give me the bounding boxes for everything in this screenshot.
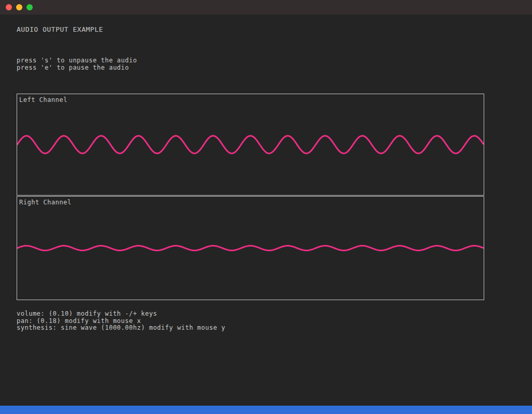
status-readout: volume: (0.10) modify with -/+ keys pan:… <box>17 310 225 332</box>
bottom-strip <box>0 406 532 414</box>
right-channel-label: Right Channel <box>19 199 71 206</box>
left-channel-waveform <box>17 94 484 195</box>
instruction-pause: press 'e' to pause the audio <box>17 64 137 71</box>
status-pan: pan: (0.18) modify with mouse x <box>17 318 225 325</box>
left-channel-label: Left Channel <box>19 96 68 104</box>
left-channel-panel: Left Channel <box>17 94 484 196</box>
titlebar[interactable] <box>0 0 532 15</box>
instructions: press 's' to unpause the audio press 'e'… <box>17 57 137 71</box>
app-window: AUDIO OUTPUT EXAMPLE press 's' to unpaus… <box>0 0 532 414</box>
page-title: AUDIO OUTPUT EXAMPLE <box>17 25 103 33</box>
close-button[interactable] <box>6 4 12 10</box>
status-synthesis: synthesis: sine wave (1000.00hz) modify … <box>17 325 225 332</box>
zoom-button[interactable] <box>26 4 33 10</box>
minimize-button[interactable] <box>16 4 22 10</box>
right-channel-waveform <box>17 197 484 300</box>
status-volume: volume: (0.10) modify with -/+ keys <box>17 310 225 318</box>
right-channel-panel: Right Channel <box>17 196 484 300</box>
content-area: AUDIO OUTPUT EXAMPLE press 's' to unpaus… <box>0 15 532 414</box>
instruction-unpause: press 's' to unpause the audio <box>17 57 137 64</box>
